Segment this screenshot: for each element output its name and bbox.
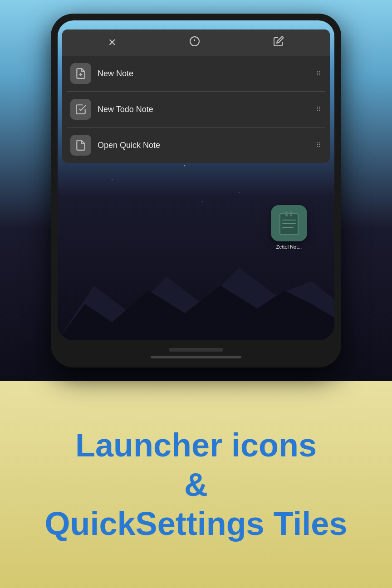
new-todo-icon bbox=[70, 99, 91, 120]
context-menu: ✕ bbox=[62, 29, 330, 163]
mountains bbox=[58, 250, 334, 340]
bottom-section: Launcher icons & QuickSettings Tiles bbox=[0, 381, 392, 588]
app-label: Zettel Not... bbox=[276, 244, 302, 250]
info-icon[interactable] bbox=[189, 36, 200, 49]
edit-icon[interactable] bbox=[273, 36, 284, 49]
app-icon-container[interactable]: Zettel Not... bbox=[271, 205, 307, 250]
drag-handle-1: ⠿ bbox=[316, 70, 322, 77]
svg-rect-7 bbox=[290, 211, 292, 216]
app-icon bbox=[271, 205, 307, 241]
new-todo-label: New Todo Note bbox=[98, 105, 316, 114]
new-note-item[interactable]: New Note ⠿ bbox=[62, 56, 330, 91]
bottom-headline: Launcher icons & QuickSettings Tiles bbox=[45, 426, 348, 543]
close-icon[interactable]: ✕ bbox=[108, 37, 116, 49]
top-section: ✕ bbox=[0, 0, 392, 381]
drag-handle-3: ⠿ bbox=[316, 142, 322, 149]
headline-line2: & bbox=[45, 465, 348, 504]
open-quick-note-item[interactable]: Open Quick Note ⠿ bbox=[62, 127, 330, 163]
svg-rect-6 bbox=[285, 211, 288, 216]
drag-handle-2: ⠿ bbox=[316, 106, 322, 113]
phone-speaker bbox=[169, 348, 223, 352]
new-todo-item[interactable]: New Todo Note ⠿ bbox=[62, 92, 330, 127]
context-menu-header: ✕ bbox=[62, 29, 330, 56]
phone-screen: ✕ bbox=[58, 20, 334, 340]
headline-line3: QuickSettings Tiles bbox=[45, 504, 348, 543]
phone-frame: ✕ bbox=[51, 14, 341, 368]
quick-note-icon bbox=[70, 135, 91, 156]
open-quick-note-label: Open Quick Note bbox=[98, 141, 316, 150]
phone-home-indicator bbox=[151, 356, 241, 358]
new-note-icon bbox=[70, 63, 91, 84]
new-note-label: New Note bbox=[98, 69, 316, 78]
headline-line1: Launcher icons bbox=[45, 426, 348, 465]
